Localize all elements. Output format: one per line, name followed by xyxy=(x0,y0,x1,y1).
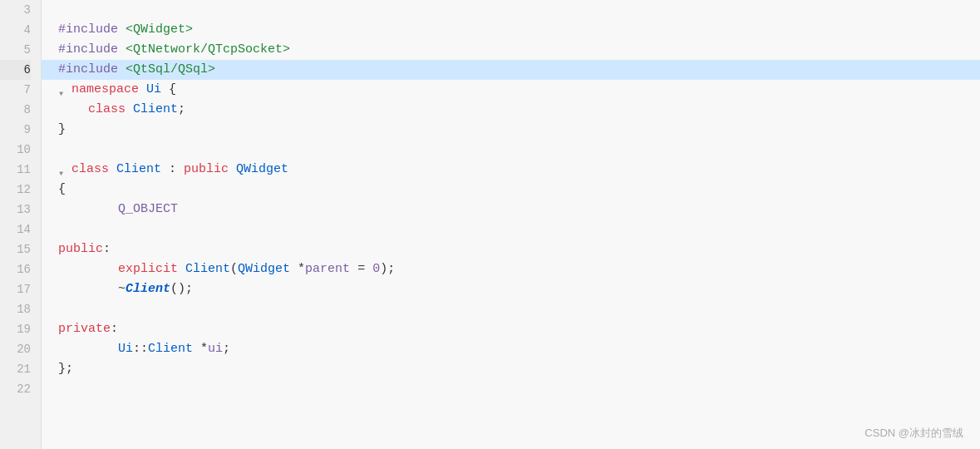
code-line-21: }; xyxy=(58,359,980,379)
code-line-11: ▾class Client : public QWidget xyxy=(58,160,980,180)
code-line-3 xyxy=(58,0,980,20)
code-line-12: { xyxy=(58,180,980,200)
code-line-4: #include <QWidget> xyxy=(58,20,980,40)
fold-icon-11[interactable]: ▾ xyxy=(58,164,70,175)
line-numbers: 3 4 5 6 7 8 9 10 11 12 13 14 15 16 17 18… xyxy=(0,0,42,449)
code-line-15: public: xyxy=(58,239,980,259)
line-5: 5 xyxy=(0,40,31,60)
code-line-7: ▾namespace Ui { xyxy=(58,80,980,100)
fold-icon-7[interactable]: ▾ xyxy=(58,84,70,96)
code-line-16: explicit Client(QWidget *parent = 0); xyxy=(58,259,980,279)
code-line-14 xyxy=(58,220,980,239)
line-12: 12 xyxy=(0,180,31,200)
line-9: 9 xyxy=(0,120,31,140)
watermark: CSDN @冰封的雪绒 xyxy=(864,426,963,441)
line-14: 14 xyxy=(0,220,31,239)
line-7: 7 xyxy=(0,80,31,100)
line-18: 18 xyxy=(0,299,31,319)
code-line-5: #include <QtNetwork/QTcpSocket> xyxy=(58,40,980,60)
code-line-6: #include <QtSql/QSql> xyxy=(42,60,980,80)
line-17: 17 xyxy=(0,279,31,299)
code-line-20: Ui::Client *ui; xyxy=(58,339,980,359)
code-line-13: Q_OBJECT xyxy=(58,200,980,220)
line-15: 15 xyxy=(0,239,31,259)
code-line-10 xyxy=(58,140,980,160)
code-line-19: private: xyxy=(58,319,980,339)
line-16: 16 xyxy=(0,259,31,279)
code-editor: 3 4 5 6 7 8 9 10 11 12 13 14 15 16 17 18… xyxy=(0,0,980,449)
line-19: 19 xyxy=(0,319,31,339)
line-13: 13 xyxy=(0,200,31,220)
code-line-22 xyxy=(58,379,980,399)
code-line-8: class Client; xyxy=(58,100,980,120)
line-11: 11 xyxy=(0,160,31,180)
line-20: 20 xyxy=(0,339,31,359)
line-8: 8 xyxy=(0,100,31,120)
line-21: 21 xyxy=(0,359,31,379)
line-6: 6 xyxy=(0,60,31,80)
code-line-17: ~Client(); xyxy=(58,279,980,299)
line-4: 4 xyxy=(0,20,31,40)
code-content: #include <QWidget> #include <QtNetwork/Q… xyxy=(42,0,980,449)
line-3: 3 xyxy=(0,0,31,20)
code-line-18 xyxy=(58,299,980,319)
code-line-9: } xyxy=(58,120,980,140)
line-22: 22 xyxy=(0,379,31,399)
line-10: 10 xyxy=(0,140,31,160)
